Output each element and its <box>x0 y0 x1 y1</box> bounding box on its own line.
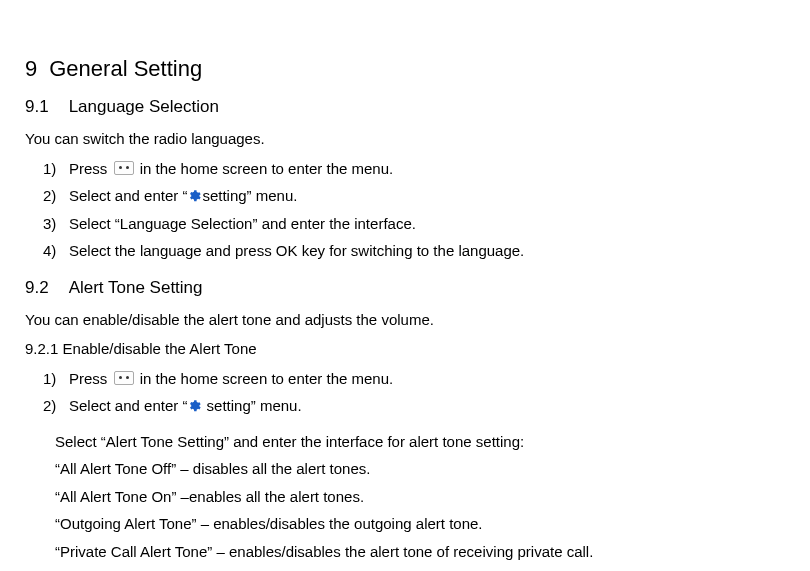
subsection-title: Language Selection <box>69 97 219 116</box>
steps-list-9-1: Press in the home screen to enter the me… <box>25 156 785 264</box>
details-item: “Group Call Alert Tone” – enables/disabl… <box>55 566 785 571</box>
menu-key-icon <box>114 371 134 385</box>
subsection-heading-9-1: 9.1Language Selection <box>25 93 785 122</box>
details-lead: Select “Alert Tone Setting” and enter th… <box>55 429 785 455</box>
step-item: Select the language and press OK key for… <box>69 238 785 264</box>
details-item: “Private Call Alert Tone” – enables/disa… <box>55 539 785 565</box>
details-item: “Outgoing Alert Tone” – enables/disables… <box>55 511 785 537</box>
menu-key-icon <box>114 161 134 175</box>
step-item: Press in the home screen to enter the me… <box>69 156 785 182</box>
subsection-title: Alert Tone Setting <box>69 278 203 297</box>
subsection-heading-9-2: 9.2Alert Tone Setting <box>25 274 785 303</box>
subsection-number: 9.2 <box>25 274 49 303</box>
step-item: Select and enter “ setting” menu. <box>69 393 785 419</box>
step-text-after: in the home screen to enter the menu. <box>136 160 394 177</box>
step-text-before: Select and enter “ <box>69 187 187 204</box>
alert-tone-details: Select “Alert Tone Setting” and enter th… <box>55 429 785 571</box>
step-text-after: in the home screen to enter the menu. <box>136 370 394 387</box>
steps-list-9-2-1: Press in the home screen to enter the me… <box>25 366 785 419</box>
section-number: 9 <box>25 50 37 87</box>
gear-icon <box>187 189 201 203</box>
step-item: Select “Language Selection” and enter th… <box>69 211 785 237</box>
step-text-before: Press <box>69 370 112 387</box>
step-text-before: Select and enter “ <box>69 397 187 414</box>
intro-text-9-1: You can switch the radio languages. <box>25 126 785 152</box>
details-item: “All Alert Tone On” –enables all the ale… <box>55 484 785 510</box>
step-item: Select and enter “setting” menu. <box>69 183 785 209</box>
intro-text-9-2: You can enable/disable the alert tone an… <box>25 307 785 333</box>
step-item: Press in the home screen to enter the me… <box>69 366 785 392</box>
subsubsection-heading-9-2-1: 9.2.1 Enable/disable the Alert Tone <box>25 336 785 362</box>
section-heading-9: 9General Setting <box>25 50 785 87</box>
section-title: General Setting <box>49 56 202 81</box>
step-text-before: Press <box>69 160 112 177</box>
details-item: “All Alert Tone Off” – disables all the … <box>55 456 785 482</box>
step-text-after: setting” menu. <box>202 397 301 414</box>
gear-icon <box>187 399 201 413</box>
step-text-after: setting” menu. <box>202 187 297 204</box>
subsection-number: 9.1 <box>25 93 49 122</box>
